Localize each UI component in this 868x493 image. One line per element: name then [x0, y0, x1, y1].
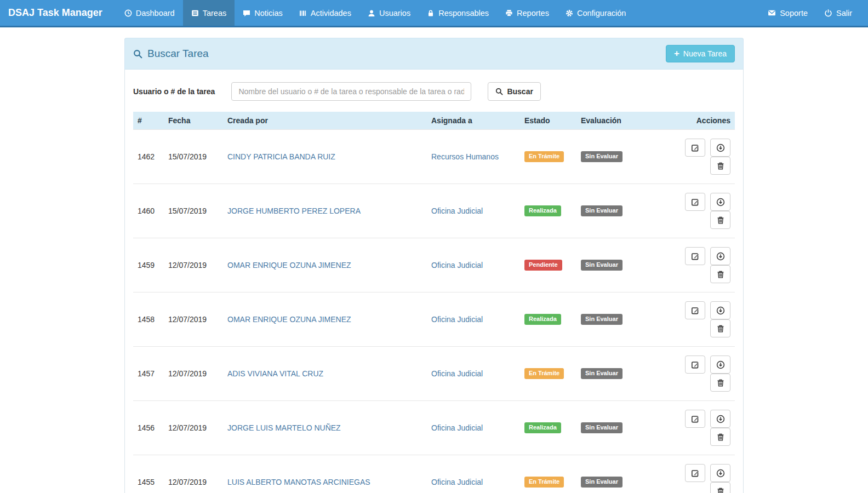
- nav-item-dashboard[interactable]: Dashboard: [116, 0, 183, 26]
- evaluation-badge: Sin Evaluar: [581, 368, 623, 379]
- nav-item-responsables[interactable]: Responsables: [419, 0, 497, 26]
- edit-task-button[interactable]: [685, 356, 705, 374]
- delete-task-button[interactable]: [710, 157, 730, 175]
- task-date: 15/07/2019: [164, 184, 223, 238]
- delete-task-button[interactable]: [710, 319, 730, 337]
- task-creator-link[interactable]: JORGE HUMBERTO PEREZ LOPERA: [227, 207, 361, 215]
- edit-task-button[interactable]: [685, 247, 705, 265]
- trash-icon: [716, 487, 725, 493]
- download-task-button[interactable]: [710, 139, 730, 157]
- navbar: DSAJ Task Manager DashboardTareasNoticia…: [0, 0, 868, 27]
- download-task-button[interactable]: [710, 247, 730, 265]
- nav-item-tareas[interactable]: Tareas: [183, 0, 235, 26]
- status-badge: En Trámite: [524, 151, 564, 162]
- envelope-icon: [768, 9, 776, 17]
- edit-task-button[interactable]: [685, 193, 705, 211]
- table-row: 1462 15/07/2019 CINDY PATRICIA BANDA RUI…: [133, 130, 735, 184]
- evaluation-badge: Sin Evaluar: [581, 260, 623, 270]
- nav-item-label: Responsables: [438, 9, 489, 18]
- news-icon: [243, 9, 250, 17]
- edit-icon: [691, 252, 700, 261]
- edit-task-button[interactable]: [685, 410, 705, 428]
- tasks-icon: [191, 9, 199, 17]
- status-badge: Realizada: [524, 422, 561, 433]
- status-badge: Realizada: [524, 205, 561, 216]
- tasks-table: # Fecha Creada por Asignada a Estado Eva…: [133, 112, 735, 493]
- task-creator-link[interactable]: OMAR ENRIQUE OZUNA JIMENEZ: [227, 315, 351, 324]
- download-task-button[interactable]: [710, 410, 730, 428]
- delete-task-button[interactable]: [710, 428, 730, 446]
- nav-item-reportes[interactable]: Reportes: [497, 0, 557, 26]
- task-creator-link[interactable]: CINDY PATRICIA BANDA RUIZ: [227, 152, 335, 161]
- trash-icon: [716, 216, 725, 225]
- column-header-estado: Estado: [520, 112, 576, 130]
- task-date: 12/07/2019: [164, 401, 223, 455]
- task-creator-link[interactable]: LUIS ALBERTO MANOTAS ARCINIEGAS: [227, 478, 370, 486]
- nav-item-label: Configuración: [577, 9, 626, 18]
- trash-icon: [716, 162, 725, 170]
- edit-task-button[interactable]: [685, 139, 705, 157]
- search-label: Usuario o # de la tarea: [133, 87, 215, 96]
- dashboard-icon: [124, 9, 132, 17]
- task-assignee-link[interactable]: Oficina Judicial: [431, 478, 483, 486]
- task-search-input[interactable]: [231, 82, 471, 101]
- task-assignee-link[interactable]: Oficina Judicial: [431, 207, 483, 215]
- trash-icon: [716, 379, 725, 387]
- delete-task-button[interactable]: [710, 265, 730, 283]
- panel-body: Usuario o # de la tarea Buscar # Fecha C…: [125, 70, 743, 493]
- task-assignee-link[interactable]: Oficina Judicial: [431, 423, 483, 432]
- search-icon: [495, 88, 503, 95]
- nav-item-noticias[interactable]: Noticias: [235, 0, 291, 26]
- column-header-acciones: Acciones: [657, 112, 735, 130]
- column-header-fecha: Fecha: [164, 112, 223, 130]
- task-assignee-link[interactable]: Oficina Judicial: [431, 369, 483, 378]
- nav-item-soporte[interactable]: Soporte: [760, 0, 816, 26]
- edit-task-button[interactable]: [685, 301, 705, 319]
- nav-item-usuarios[interactable]: Usuarios: [359, 0, 419, 26]
- download-icon: [716, 306, 725, 315]
- task-id: 1457: [133, 347, 164, 401]
- task-assignee-link[interactable]: Recursos Humanos: [431, 152, 499, 161]
- navbar-menu-right: SoporteSalir: [760, 0, 868, 26]
- nav-item-salir[interactable]: Salir: [816, 0, 860, 26]
- task-assignee-link[interactable]: Oficina Judicial: [431, 261, 483, 270]
- delete-task-button[interactable]: [710, 211, 730, 229]
- nav-item-label: Salir: [836, 9, 852, 18]
- plus-icon: +: [674, 50, 679, 58]
- download-task-button[interactable]: [710, 301, 730, 319]
- task-creator-link[interactable]: JORGE LUIS MARTELO NUÑEZ: [227, 423, 341, 432]
- users-icon: [368, 9, 375, 17]
- download-icon: [716, 144, 725, 152]
- download-icon: [716, 252, 725, 261]
- column-header-id: #: [133, 112, 164, 130]
- download-task-button[interactable]: [710, 464, 730, 482]
- nav-item-label: Reportes: [517, 9, 549, 18]
- trash-icon: [716, 324, 725, 333]
- task-creator-link[interactable]: OMAR ENRIQUE OZUNA JIMENEZ: [227, 261, 351, 270]
- task-id: 1459: [133, 238, 164, 293]
- download-task-button[interactable]: [710, 193, 730, 211]
- task-creator-link[interactable]: ADIS VIVIANA VITAL CRUZ: [227, 369, 323, 378]
- download-task-button[interactable]: [710, 356, 730, 374]
- table-body: 1462 15/07/2019 CINDY PATRICIA BANDA RUI…: [133, 130, 735, 493]
- nav-item-label: Soporte: [780, 9, 808, 18]
- table-row: 1455 12/07/2019 LUIS ALBERTO MANOTAS ARC…: [133, 455, 735, 493]
- search-button[interactable]: Buscar: [488, 82, 540, 101]
- edit-task-button[interactable]: [685, 464, 705, 482]
- task-id: 1456: [133, 401, 164, 455]
- evaluation-badge: Sin Evaluar: [581, 422, 623, 433]
- delete-task-button[interactable]: [710, 482, 730, 493]
- search-button-label: Buscar: [507, 87, 533, 96]
- task-date: 12/07/2019: [164, 293, 223, 347]
- new-task-button[interactable]: + Nueva Tarea: [666, 45, 735, 62]
- status-badge: En Trámite: [524, 477, 564, 487]
- task-assignee-link[interactable]: Oficina Judicial: [431, 315, 483, 324]
- nav-item-configuracion[interactable]: Configuración: [557, 0, 634, 26]
- task-id: 1455: [133, 455, 164, 493]
- nav-item-label: Usuarios: [379, 9, 410, 18]
- gear-icon: [566, 9, 573, 17]
- column-header-creada-por: Creada por: [223, 112, 427, 130]
- delete-task-button[interactable]: [710, 374, 730, 392]
- nav-item-actividades[interactable]: Actividades: [291, 0, 359, 26]
- print-icon: [505, 9, 513, 17]
